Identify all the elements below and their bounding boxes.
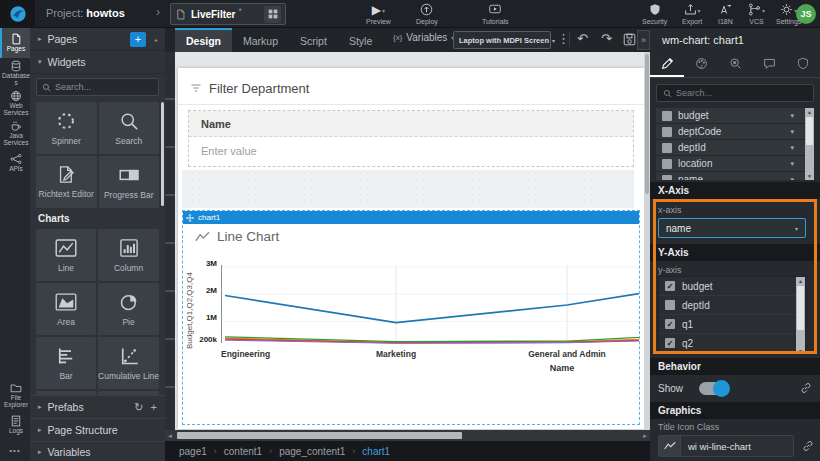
- checkbox[interactable]: ✓: [662, 175, 672, 181]
- bind-link-icon[interactable]: [800, 382, 812, 394]
- deploy-button[interactable]: Deploy: [416, 3, 438, 25]
- checkbox[interactable]: ✓: [665, 319, 675, 329]
- field-row-name[interactable]: ✓ name ▾: [656, 172, 814, 180]
- tab-events-chat[interactable]: [752, 52, 786, 77]
- checkbox[interactable]: ✓: [662, 127, 672, 137]
- scroll-down-arrow[interactable]: ▼: [798, 347, 803, 354]
- rail-overflow-menu[interactable]: •••: [0, 440, 30, 461]
- rail-item-web-services[interactable]: Web Services: [0, 88, 30, 118]
- variables-button[interactable]: {x} Variables ▾: [393, 32, 454, 43]
- chevron-down-icon[interactable]: ▾: [790, 128, 794, 136]
- widgets-section-header[interactable]: ▾ Widgets: [30, 51, 165, 74]
- tab-markup[interactable]: Markup: [232, 28, 289, 52]
- scrollbar-thumb[interactable]: [645, 54, 649, 194]
- field-row-budget[interactable]: ✓ budget ▾: [656, 108, 814, 124]
- bind-link-icon[interactable]: [802, 440, 814, 452]
- wavemaker-logo[interactable]: [0, 0, 35, 28]
- scrollbar-track[interactable]: [175, 430, 640, 441]
- show-toggle[interactable]: [699, 382, 729, 395]
- page-preview[interactable]: Filter Department Name Enter value chart…: [178, 68, 644, 429]
- checkbox[interactable]: ✓: [662, 111, 672, 121]
- pages-section-header[interactable]: ▸ Pages + ◂: [30, 28, 165, 51]
- field-row-deptcode[interactable]: ✓ deptCode ▾: [656, 124, 814, 140]
- x-axis-select[interactable]: name ▾: [658, 218, 806, 238]
- rail-item-file-explorer[interactable]: File Explorer: [0, 380, 30, 410]
- rail-item-pages[interactable]: Pages: [0, 28, 30, 58]
- widget-search[interactable]: Search: [99, 102, 160, 154]
- scroll-right-arrow[interactable]: ►: [640, 433, 650, 439]
- chart1-widget[interactable]: chart1 Line Chart Budget,Q1,Q2,Q3,Q4 3M …: [182, 210, 640, 425]
- selected-widget-tag[interactable]: chart1: [183, 211, 639, 224]
- widget-line-chart[interactable]: Line: [36, 229, 96, 281]
- tab-inspect-magnifier[interactable]: [718, 52, 752, 77]
- add-prefab-icon[interactable]: +: [151, 401, 157, 413]
- canvas-horizontal-scrollbar[interactable]: ◄ ►: [165, 430, 650, 441]
- widget-spinner[interactable]: Spinner: [36, 102, 97, 154]
- redo-button[interactable]: ↷: [601, 32, 612, 45]
- checkbox[interactable]: ✓: [665, 300, 675, 310]
- i18n-button[interactable]: I18N: [718, 3, 733, 25]
- field-row-location[interactable]: ✓ location ▾: [656, 156, 814, 172]
- widget-progress-bar[interactable]: Progress Bar: [99, 156, 160, 208]
- tab-design[interactable]: Design: [175, 28, 232, 52]
- open-page-tab[interactable]: LiveFilter *: [170, 3, 286, 25]
- breadcrumb-content1[interactable]: content1: [224, 446, 262, 457]
- variables-section-header[interactable]: ▸ Variables: [30, 441, 165, 461]
- save-button[interactable]: [623, 33, 636, 46]
- widget-column-chart[interactable]: Column: [98, 229, 159, 281]
- checkbox[interactable]: ✓: [665, 338, 675, 348]
- y-option-q3[interactable]: ✓ q3: [659, 353, 805, 354]
- y-option-q1[interactable]: ✓ q1: [659, 315, 805, 334]
- y-option-deptid[interactable]: ✓ deptId: [659, 296, 805, 315]
- tutorials-button[interactable]: Tutorials: [482, 3, 509, 25]
- filter-field-group[interactable]: Name Enter value: [188, 110, 634, 167]
- left-panel-scrollbar[interactable]: [161, 102, 164, 206]
- widget-search-input[interactable]: Search...: [36, 78, 159, 96]
- tab-security-shield[interactable]: [786, 52, 820, 77]
- field-list-scrollbar[interactable]: ▲ ▼: [805, 108, 814, 180]
- scrollbar-thumb[interactable]: [177, 432, 462, 439]
- page-layout-grid-icon[interactable]: [264, 6, 281, 23]
- collapse-right-panel-button[interactable]: »: [637, 30, 650, 50]
- checkbox[interactable]: ✓: [662, 143, 672, 153]
- rail-item-databases[interactable]: Databases: [0, 58, 30, 88]
- refresh-icon[interactable]: ↻: [134, 401, 143, 414]
- widget-pie-chart[interactable]: Pie: [98, 283, 159, 335]
- rail-item-java-services[interactable]: Java Services: [0, 118, 30, 148]
- widget-cumulative-line-chart[interactable]: Cumulative Line: [98, 337, 159, 389]
- field-row-deptid[interactable]: ✓ deptId ▾: [656, 140, 814, 156]
- security-button[interactable]: Security: [642, 3, 667, 25]
- chevron-down-icon[interactable]: ▾: [790, 144, 794, 152]
- y-list-scrollbar[interactable]: ▲ ▼: [796, 277, 805, 354]
- breadcrumb-page-content1[interactable]: page_content1: [279, 446, 345, 457]
- user-avatar[interactable]: JS: [796, 4, 816, 24]
- page-structure-section-header[interactable]: ▸ Page Structure: [30, 418, 165, 441]
- y-option-budget[interactable]: ✓ budget: [659, 277, 805, 296]
- panel-collapse-icon[interactable]: ◂: [154, 36, 157, 43]
- canvas-drop-zone[interactable]: [182, 170, 634, 208]
- widget-area-chart[interactable]: Area: [36, 283, 96, 335]
- tab-script[interactable]: Script: [289, 28, 338, 52]
- name-input[interactable]: Enter value: [189, 137, 633, 165]
- scroll-up-arrow[interactable]: ▲: [807, 108, 812, 116]
- tab-properties-pencil[interactable]: [650, 52, 684, 77]
- prefabs-section-header[interactable]: ▸ Prefabs ↻+: [30, 395, 165, 418]
- title-icon-class-input[interactable]: wi wi-line-chart: [658, 435, 794, 457]
- properties-search-input[interactable]: Search...: [656, 84, 814, 102]
- breadcrumb-page1[interactable]: page1: [179, 446, 207, 457]
- scroll-left-arrow[interactable]: ◄: [165, 433, 175, 439]
- tab-styles-palette[interactable]: [684, 52, 718, 77]
- vcs-button[interactable]: ▾ VCS: [748, 3, 765, 25]
- rail-item-apis[interactable]: APIs: [0, 148, 30, 178]
- undo-button[interactable]: ↶: [577, 32, 588, 45]
- chevron-down-icon[interactable]: ▾: [790, 160, 794, 168]
- widget-bar-chart[interactable]: Bar: [36, 337, 96, 389]
- checkbox[interactable]: ✓: [665, 281, 675, 291]
- widget-richtext-editor[interactable]: Richtext Editor: [36, 156, 97, 208]
- rail-item-logs[interactable]: Logs: [0, 410, 30, 440]
- checkbox[interactable]: ✓: [662, 159, 672, 169]
- scrollbar-thumb[interactable]: [797, 286, 804, 330]
- scroll-down-arrow[interactable]: ▼: [807, 172, 812, 180]
- y-option-q2[interactable]: ✓ q2: [659, 334, 805, 353]
- chevron-down-icon[interactable]: ▾: [790, 112, 794, 120]
